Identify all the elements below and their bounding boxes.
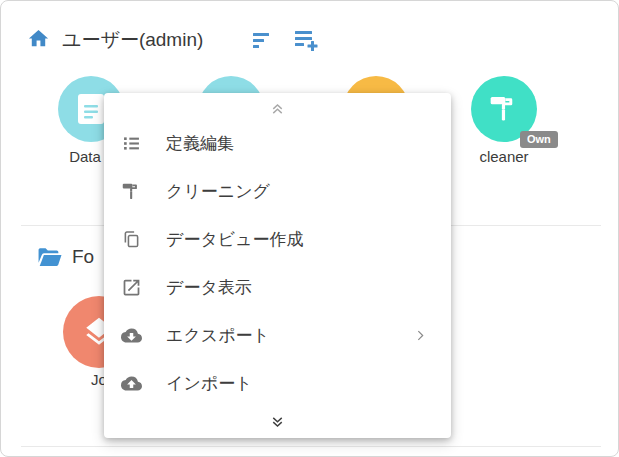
double-chevron-down-icon [269, 414, 286, 431]
paint-roller-icon [121, 181, 142, 202]
sort-descending-icon[interactable] [252, 32, 274, 49]
menu-item-label: データ表示 [166, 276, 252, 299]
menu-item-import[interactable]: インポート [104, 359, 451, 407]
context-menu: 定義編集 クリーニング データビュー作成 [104, 93, 451, 438]
tile-label-cleaner: cleaner [479, 148, 528, 165]
menu-item-define-edit[interactable]: 定義編集 [104, 119, 451, 167]
menu-item-label: エクスポート [166, 324, 270, 347]
menu-item-label: インポート [166, 372, 253, 395]
cloud-upload-icon [121, 373, 142, 394]
copy-icon [121, 229, 142, 250]
menu-item-label: 定義編集 [166, 132, 234, 155]
tile-label-data: Data [69, 148, 101, 165]
bottom-divider [21, 446, 601, 447]
open-in-new-icon [121, 277, 142, 298]
page-title: ユーザー(admin) [62, 27, 203, 53]
own-badge: Own [520, 131, 558, 148]
double-chevron-up-icon [269, 100, 286, 117]
list-icon [121, 133, 142, 154]
menu-scroll-up[interactable] [104, 96, 451, 120]
folder-section-label: Fo [72, 246, 94, 268]
cloud-download-icon [121, 325, 142, 346]
folder-open-icon[interactable] [37, 247, 62, 268]
menu-item-label: クリーニング [166, 180, 270, 203]
menu-item-cleaning[interactable]: クリーニング [104, 167, 451, 215]
home-icon[interactable] [27, 27, 50, 50]
playlist-add-icon[interactable] [294, 30, 321, 51]
menu-item-create-dataview[interactable]: データビュー作成 [104, 215, 451, 263]
chevron-right-icon [414, 329, 427, 342]
paint-roller-icon [488, 93, 520, 125]
menu-item-label: データビュー作成 [166, 228, 304, 251]
menu-item-export[interactable]: エクスポート [104, 311, 451, 359]
menu-scroll-down[interactable] [104, 410, 451, 434]
app-window: ユーザー(admin) [0, 0, 619, 457]
document-icon [77, 93, 105, 125]
menu-item-show-data[interactable]: データ表示 [104, 263, 451, 311]
